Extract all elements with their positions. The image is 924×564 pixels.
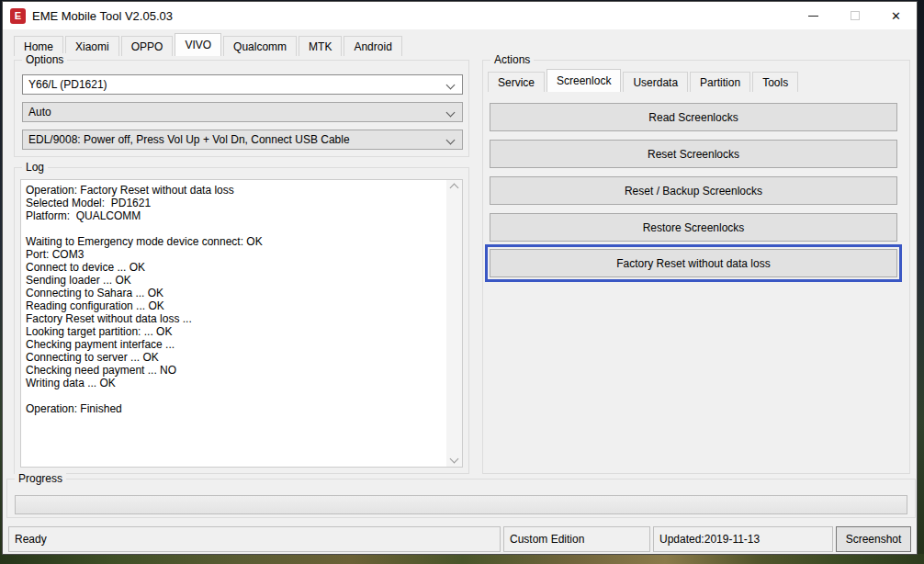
boot-mode-select-value: EDL/9008: Power off, Press Vol Up + Vol … — [28, 133, 350, 146]
mode-select-value: Auto — [28, 106, 51, 118]
minimize-icon — [808, 16, 818, 17]
titlebar: E EME Mobile Tool V2.05.03 ✕ — [3, 2, 917, 29]
progress-group: Progress — [6, 479, 916, 518]
log-line: Platform: QUALCOMM — [26, 209, 446, 222]
log-line: Reading configuration ... OK — [26, 299, 446, 312]
boot-mode-select[interactable]: EDL/9008: Power off, Press Vol Up + Vol … — [22, 130, 463, 150]
chevron-down-icon — [446, 136, 456, 145]
screenshot-button[interactable]: Screenshot — [836, 526, 911, 552]
log-line — [26, 389, 446, 402]
updated-label: Updated:2019-11-13 — [653, 526, 833, 552]
reset-backup-screenlocks-button[interactable]: Reset / Backup Screenlocks — [490, 176, 897, 205]
options-group-label: Options — [22, 53, 67, 66]
desktop-wallpaper-strip — [0, 554, 924, 564]
log-line: Checking need payment ... NO — [26, 364, 446, 377]
tab-userdata[interactable]: Userdata — [623, 72, 688, 92]
app-window: E EME Mobile Tool V2.05.03 ✕ Home Xiaomi… — [2, 1, 918, 555]
log-line: Sending loader ... OK — [26, 274, 446, 287]
status-message: Ready — [8, 526, 501, 552]
chevron-down-icon — [446, 81, 456, 90]
log-line: Selected Model: PD1621 — [26, 197, 446, 209]
tab-partition[interactable]: Partition — [690, 72, 750, 92]
log-output[interactable]: Operation: Factory Reset without data lo… — [20, 179, 463, 468]
log-text: Operation: Factory Reset without data lo… — [21, 180, 446, 467]
close-icon: ✕ — [891, 10, 901, 22]
log-group-label: Log — [22, 161, 48, 174]
app-logo-icon: E — [10, 8, 26, 24]
reset-screenlocks-button[interactable]: Reset Screenlocks — [490, 140, 897, 168]
restore-screenlocks-button[interactable]: Restore Screenlocks — [490, 213, 897, 242]
log-line: Connecting to Sahara ... OK — [26, 287, 446, 299]
log-line: Operation: Factory Reset without data lo… — [26, 184, 446, 197]
window-controls: ✕ — [793, 2, 917, 29]
chevron-down-icon — [446, 108, 456, 118]
model-select[interactable]: Y66/L (PD1621) — [22, 74, 463, 95]
tab-xiaomi[interactable]: Xiaomi — [65, 36, 119, 56]
chevron-down-icon — [450, 455, 459, 464]
progress-group-label: Progress — [15, 472, 66, 485]
statusbar: Ready Custom Edition Updated:2019-11-13 … — [8, 526, 911, 552]
tab-qualcomm[interactable]: Qualcomm — [223, 36, 297, 56]
tab-mtk[interactable]: MTK — [299, 36, 342, 56]
mode-select[interactable]: Auto — [22, 102, 463, 122]
tab-oppo[interactable]: OPPO — [121, 36, 174, 56]
log-line: Operation: Finished — [26, 402, 446, 415]
log-scrollbar[interactable] — [446, 180, 462, 467]
edition-label: Custom Edition — [503, 526, 650, 552]
close-button[interactable]: ✕ — [875, 2, 917, 29]
maximize-icon — [851, 11, 860, 20]
log-line: Checking payment interface ... — [26, 338, 446, 351]
actions-group-label: Actions — [490, 53, 534, 66]
factory-reset-without-data-loss-button[interactable]: Factory Reset without data loss — [490, 249, 897, 277]
log-line: Factory Reset without data loss ... — [26, 312, 446, 325]
maximize-button[interactable] — [834, 2, 875, 29]
progress-bar — [15, 495, 907, 514]
tab-service[interactable]: Service — [488, 72, 545, 92]
log-group: Log Operation: Factory Reset without dat… — [14, 167, 469, 474]
minimize-button[interactable] — [793, 2, 834, 29]
scroll-up-button[interactable] — [446, 180, 462, 196]
log-line — [26, 222, 446, 235]
options-group: Options Y66/L (PD1621) Auto EDL/9008: Po… — [14, 60, 469, 157]
main-tabstrip: Home Xiaomi OPPO VIVO Qualcomm MTK Andro… — [14, 33, 404, 56]
actions-tabstrip: Service Screenlock Userdata Partition To… — [488, 70, 800, 92]
log-line: Writing data ... OK — [26, 377, 446, 389]
actions-group: Actions Service Screenlock Userdata Part… — [482, 60, 910, 474]
log-line: Connecting to server ... OK — [26, 351, 446, 364]
tab-vivo[interactable]: VIVO — [175, 33, 221, 56]
log-line: Looking target partition: ... OK — [26, 325, 446, 338]
log-line: Waiting to Emergency mode device connect… — [26, 235, 446, 248]
highlighted-button-outline: Factory Reset without data loss — [485, 244, 902, 282]
tab-screenlock[interactable]: Screenlock — [547, 69, 621, 92]
model-select-value: Y66/L (PD1621) — [28, 78, 107, 91]
tab-android[interactable]: Android — [344, 36, 401, 56]
tab-tools[interactable]: Tools — [752, 72, 798, 92]
desktop: E EME Mobile Tool V2.05.03 ✕ Home Xiaomi… — [0, 0, 924, 564]
scroll-down-button[interactable] — [446, 451, 462, 467]
read-screenlocks-button[interactable]: Read Screenlocks — [490, 103, 897, 131]
chevron-up-icon — [450, 184, 459, 193]
window-title: EME Mobile Tool V2.05.03 — [32, 9, 173, 23]
log-line: Port: COM3 — [26, 248, 446, 261]
log-line: Connect to device ... OK — [26, 261, 446, 274]
